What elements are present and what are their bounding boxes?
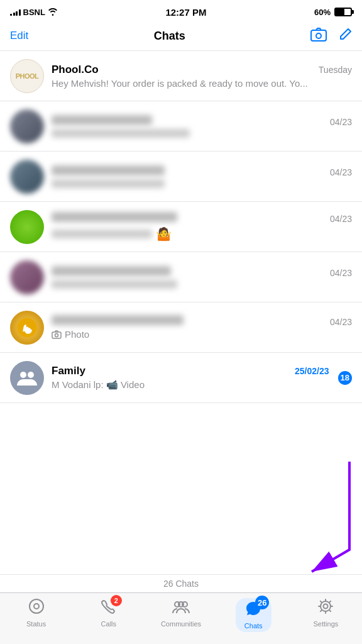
settings-tab-icon: [317, 598, 334, 618]
chats-badge: 26: [255, 596, 269, 609]
tab-status-label: Status: [26, 620, 46, 628]
chat-right-family: 18: [334, 371, 352, 385]
avatar-family: [10, 361, 44, 395]
avatar-5: [10, 260, 44, 294]
chat-top-2: 04/23: [52, 115, 352, 127]
avatar-6-icon: [16, 317, 38, 338]
avatar-4: [10, 210, 44, 244]
unread-badge-family: 18: [338, 371, 352, 385]
avatar-2: [10, 109, 44, 143]
svg-rect-3: [52, 332, 61, 338]
svg-point-5: [20, 372, 26, 378]
tab-calls[interactable]: 2 Calls: [72, 598, 145, 628]
phool-logo-text: PHOOL: [16, 72, 39, 80]
tab-settings[interactable]: Settings: [290, 598, 362, 628]
battery-icon: [334, 8, 352, 16]
chat-top-5: 04/23: [52, 266, 352, 278]
chat-preview-4: [52, 230, 152, 238]
annotation-arrow: [261, 455, 362, 581]
photo-label: Photo: [65, 329, 89, 340]
chats-count-label: 26 Chats: [163, 579, 199, 589]
header-icons: [310, 28, 352, 44]
chat-item-phool[interactable]: PHOOL Phool.Co Tuesday Hey Mehvish! Your…: [0, 51, 362, 101]
chat-item-5[interactable]: 04/23: [0, 252, 362, 303]
chat-content-2: 04/23: [52, 115, 352, 138]
chat-preview-family: M Vodani lp: 📹 Video: [52, 379, 145, 390]
chat-list: PHOOL Phool.Co Tuesday Hey Mehvish! Your…: [0, 51, 362, 403]
chats-tab-icon: 26: [245, 601, 261, 621]
chat-content-5: 04/23: [52, 266, 352, 289]
tab-status[interactable]: Status: [0, 598, 72, 628]
chat-preview-phool: Hey Mehvish! Your order is packed & read…: [52, 78, 352, 89]
chat-time-4: 04/23: [330, 214, 352, 224]
chat-name-6: [52, 315, 184, 325]
svg-point-9: [34, 604, 39, 609]
family-icon: [17, 369, 37, 387]
chat-content-family: Family 25/02/23 M Vodani lp: 📹 Video: [52, 365, 329, 391]
chats-count-area: 26 Chats: [0, 574, 362, 592]
tab-communities-label: Communities: [161, 620, 201, 628]
chat-name-3: [52, 165, 165, 175]
chat-name-2: [52, 115, 152, 125]
status-tab-icon: [28, 598, 45, 618]
chat-name-4: [52, 212, 177, 222]
chat-time-5: 04/23: [330, 268, 352, 278]
chat-name-phool: Phool.Co: [52, 64, 99, 76]
chat-name-family: Family: [52, 365, 85, 377]
chat-preview-5: [52, 280, 177, 289]
carrier-label: BSNL: [23, 8, 45, 17]
chat-preview-6: Photo: [52, 329, 352, 340]
calls-tab-icon: 2: [101, 598, 117, 618]
chat-time-2: 04/23: [330, 117, 352, 127]
svg-point-4: [55, 333, 58, 336]
chat-top-4: 04/23: [52, 212, 352, 224]
chat-item-4[interactable]: 04/23 🤷: [0, 202, 362, 252]
chat-time-family: 25/02/23: [295, 366, 329, 376]
communities-tab-icon: [172, 598, 190, 618]
chat-content-3: 04/23: [52, 165, 352, 188]
avatar-phool: PHOOL: [10, 59, 44, 93]
calls-badge: 2: [111, 595, 122, 606]
chat-content-4: 04/23 🤷: [52, 212, 352, 242]
chat-item-family[interactable]: Family 25/02/23 M Vodani lp: 📹 Video 18: [0, 353, 362, 403]
tab-communities[interactable]: Communities: [145, 598, 217, 628]
camera-button[interactable]: [310, 28, 327, 44]
chat-item-2[interactable]: 04/23: [0, 101, 362, 152]
compose-button[interactable]: [338, 28, 352, 44]
avatar-6: [10, 311, 44, 345]
chat-top-6: 04/23: [52, 315, 352, 327]
chat-top: Phool.Co Tuesday: [52, 64, 352, 76]
status-bar: BSNL 12:27 PM 60%: [0, 0, 362, 23]
edit-button[interactable]: Edit: [10, 30, 28, 42]
chat-preview-row-4: 🤷: [52, 226, 352, 242]
svg-rect-0: [311, 30, 326, 41]
wifi-icon: [48, 8, 58, 16]
svg-point-6: [28, 372, 34, 378]
tab-chats-label: Chats: [244, 622, 263, 630]
chat-content-6: 04/23 Photo: [52, 315, 352, 340]
chat-time-6: 04/23: [330, 317, 352, 327]
header-title: Chats: [154, 30, 185, 43]
status-left: BSNL: [10, 8, 58, 17]
avatar-3: [10, 160, 44, 194]
tab-chats[interactable]: 26 Chats: [217, 598, 290, 632]
chat-item-6[interactable]: 04/23 Photo: [0, 303, 362, 353]
tab-settings-label: Settings: [314, 620, 339, 628]
signal-bars: [10, 8, 21, 16]
chat-name-5: [52, 266, 171, 276]
svg-point-13: [324, 604, 328, 609]
status-right: 60%: [314, 8, 352, 17]
chat-emoji-4: 🤷: [156, 226, 172, 242]
chat-time-3: 04/23: [330, 167, 352, 177]
camera-preview-icon: [52, 330, 62, 339]
svg-point-8: [30, 599, 43, 613]
chat-item-3[interactable]: 04/23: [0, 152, 362, 202]
chat-top-family: Family 25/02/23: [52, 365, 329, 377]
chat-top-3: 04/23: [52, 165, 352, 177]
chat-preview-3: [52, 179, 165, 188]
chat-content-phool: Phool.Co Tuesday Hey Mehvish! Your order…: [52, 64, 352, 89]
chat-time-phool: Tuesday: [319, 65, 352, 75]
svg-point-1: [316, 33, 321, 38]
tab-calls-label: Calls: [101, 620, 116, 628]
status-time: 12:27 PM: [165, 7, 206, 18]
